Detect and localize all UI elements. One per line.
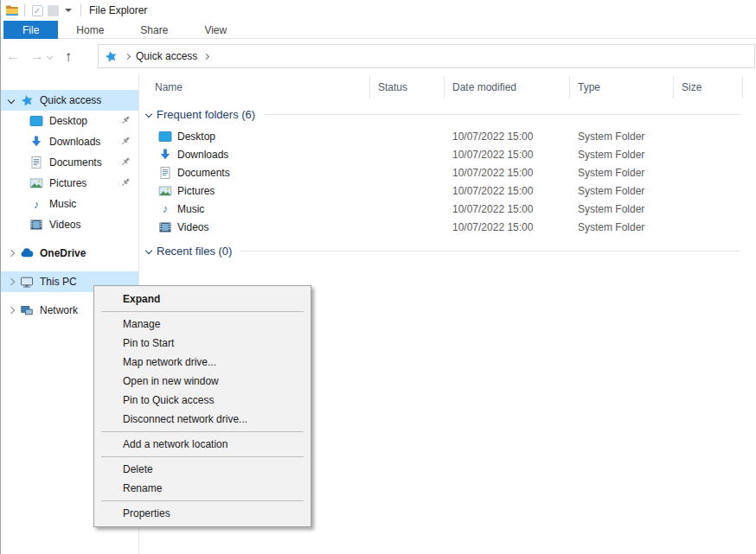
- file-row-downloads[interactable]: Downloads 10/07/2022 15:00 System Folder: [139, 145, 756, 163]
- cell-date-modified: 10/07/2022 15:00: [445, 167, 570, 179]
- cell-date-modified: 10/07/2022 15:00: [445, 131, 570, 143]
- document-icon: [158, 166, 172, 180]
- menu-item-pin-to-quick-access[interactable]: Pin to Quick access: [94, 391, 311, 410]
- chevron-down-icon[interactable]: [8, 97, 15, 104]
- menu-separator: [101, 311, 304, 312]
- file-row-pictures[interactable]: Pictures 10/07/2022 15:00 System Folder: [139, 181, 756, 200]
- context-menu: Expand Manage Pin to Start Map network d…: [93, 285, 311, 527]
- downloads-arrow-icon: [29, 135, 43, 149]
- pictures-icon: [29, 176, 43, 190]
- downloads-arrow-icon: [158, 148, 172, 162]
- pin-icon: [119, 114, 131, 129]
- menu-item-open-in-new-window[interactable]: Open in new window: [94, 372, 311, 391]
- quick-access-star-icon: [20, 93, 34, 107]
- pin-icon: [119, 156, 131, 170]
- sidebar-item-pictures[interactable]: Pictures: [1, 173, 138, 194]
- sidebar-item-onedrive[interactable]: OneDrive: [1, 243, 138, 264]
- onedrive-cloud-icon: [20, 246, 34, 260]
- file-row-documents[interactable]: Documents 10/07/2022 15:00 System Folder: [139, 163, 756, 181]
- tab-view[interactable]: View: [186, 21, 245, 39]
- menu-item-expand[interactable]: Expand: [94, 290, 311, 309]
- cell-type: System Folder: [570, 185, 674, 197]
- back-icon[interactable]: ←: [1, 49, 25, 63]
- menu-item-map-network-drive[interactable]: Map network drive...: [94, 353, 311, 372]
- cell-type: System Folder: [570, 167, 674, 179]
- tab-home[interactable]: Home: [58, 21, 122, 39]
- menu-item-properties[interactable]: Properties: [94, 504, 311, 523]
- breadcrumb-chevron-icon[interactable]: [203, 53, 209, 59]
- column-header-date-modified[interactable]: Date modified: [445, 76, 570, 99]
- chevron-right-icon[interactable]: [8, 278, 15, 285]
- file-row-desktop[interactable]: Desktop 10/07/2022 15:00 System Folder: [139, 127, 756, 145]
- music-note-icon: ♪: [158, 202, 172, 216]
- cell-type: System Folder: [570, 221, 674, 233]
- desktop-icon: [29, 114, 43, 128]
- toolbar-separator: [24, 4, 25, 16]
- this-pc-monitor-icon: [20, 275, 34, 289]
- menu-item-pin-to-start[interactable]: Pin to Start: [94, 334, 311, 353]
- breadcrumb-item-quick-access[interactable]: Quick access: [136, 50, 197, 62]
- customize-toolbar-caret[interactable]: [61, 3, 76, 18]
- chevron-right-icon[interactable]: [8, 307, 15, 314]
- menu-item-delete[interactable]: Delete: [94, 460, 311, 479]
- cell-date-modified: 10/07/2022 15:00: [445, 203, 570, 215]
- pin-icon: [119, 135, 131, 150]
- group-divider: [264, 114, 740, 115]
- tab-file[interactable]: File: [3, 21, 58, 39]
- menu-separator: [101, 431, 304, 432]
- menu-item-disconnect-network-drive[interactable]: Disconnect network drive...: [94, 410, 311, 429]
- tab-share[interactable]: Share: [122, 21, 186, 39]
- videos-film-icon: [158, 220, 172, 234]
- ribbon-tab-bar: File Home Share View: [1, 21, 756, 39]
- frequent-folders-list: Desktop 10/07/2022 15:00 System Folder D…: [139, 127, 756, 236]
- column-header-type[interactable]: Type: [570, 76, 674, 99]
- title-bar: ✓ File Explorer: [1, 0, 756, 21]
- sidebar-item-desktop[interactable]: Desktop: [1, 111, 138, 131]
- pin-icon: [119, 176, 131, 191]
- quick-access-star-icon: [105, 50, 118, 63]
- cell-date-modified: 10/07/2022 15:00: [445, 149, 570, 161]
- window-title: File Explorer: [89, 4, 147, 16]
- file-row-music[interactable]: ♪Music 10/07/2022 15:00 System Folder: [139, 200, 756, 218]
- navigation-bar: ← → ↑ Quick access: [1, 39, 756, 73]
- file-row-videos[interactable]: Videos 10/07/2022 15:00 System Folder: [139, 218, 756, 236]
- sidebar-item-documents[interactable]: Documents: [1, 152, 138, 173]
- menu-separator: [101, 500, 304, 501]
- column-headers: Name Status Date modified Type Size: [139, 76, 756, 99]
- group-divider: [240, 251, 740, 252]
- cell-date-modified: 10/07/2022 15:00: [445, 221, 570, 233]
- cell-type: System Folder: [570, 149, 674, 161]
- sidebar-item-quick-access[interactable]: Quick access: [1, 90, 138, 111]
- menu-item-add-network-location[interactable]: Add a network location: [94, 435, 311, 454]
- videos-film-icon: [29, 218, 43, 232]
- cell-type: System Folder: [570, 203, 674, 215]
- explorer-folder-icon: [4, 3, 20, 18]
- up-icon[interactable]: ↑: [55, 49, 81, 64]
- group-header-frequent-folders[interactable]: Frequent folders (6): [139, 106, 756, 122]
- pictures-icon: [158, 184, 172, 198]
- chevron-right-icon[interactable]: [8, 250, 15, 257]
- sidebar-item-music[interactable]: ♪ Music: [1, 194, 138, 214]
- column-header-size[interactable]: Size: [674, 76, 743, 99]
- properties-check-icon[interactable]: ✓: [29, 3, 45, 18]
- toolbar-separator: [80, 4, 81, 16]
- column-header-status[interactable]: Status: [370, 76, 445, 99]
- menu-item-rename[interactable]: Rename: [94, 479, 311, 498]
- recent-locations-caret[interactable]: [47, 53, 53, 59]
- sidebar-item-videos[interactable]: Videos: [1, 214, 138, 235]
- address-bar[interactable]: Quick access: [98, 44, 755, 68]
- music-note-icon: ♪: [29, 197, 43, 211]
- chevron-down-icon[interactable]: [145, 247, 152, 254]
- cell-type: System Folder: [570, 131, 674, 143]
- breadcrumb-chevron-icon[interactable]: [125, 53, 131, 59]
- menu-item-manage[interactable]: Manage: [94, 315, 311, 334]
- desktop-icon: [158, 130, 172, 143]
- menu-separator: [101, 456, 304, 457]
- cell-date-modified: 10/07/2022 15:00: [445, 185, 570, 197]
- group-header-recent-files[interactable]: Recent files (0): [139, 243, 756, 258]
- sidebar-item-downloads[interactable]: Downloads: [1, 131, 138, 152]
- new-folder-icon[interactable]: [45, 3, 61, 18]
- chevron-down-icon[interactable]: [145, 111, 152, 118]
- network-computer-icon: [20, 303, 34, 317]
- column-header-name[interactable]: Name: [139, 76, 370, 99]
